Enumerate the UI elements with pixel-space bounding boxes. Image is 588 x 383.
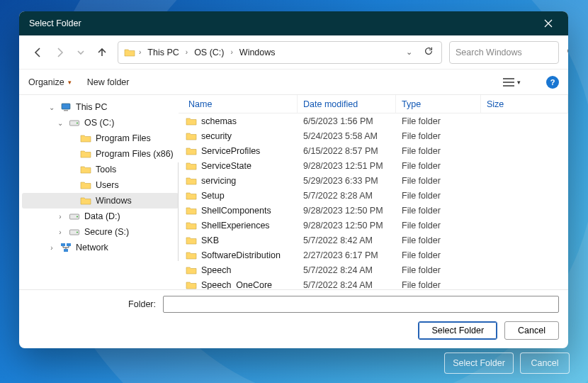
folder-field[interactable] — [163, 296, 559, 313]
folder-icon — [186, 190, 197, 201]
tree-item[interactable]: ›Network — [22, 240, 179, 255]
chevron-right-icon: › — [138, 48, 142, 56]
close-button[interactable] — [533, 11, 564, 35]
file-date: 6/15/2022 8:57 PM — [298, 146, 396, 156]
file-name: security — [201, 131, 232, 141]
list-item[interactable]: ShellExperiences9/28/2023 12:50 PMFile f… — [179, 218, 568, 233]
list-item[interactable]: ServiceProfiles6/15/2022 8:57 PMFile fol… — [179, 143, 568, 158]
file-date: 2/27/2023 6:17 PM — [298, 250, 396, 260]
organize-menu[interactable]: Organize ▾ — [28, 77, 72, 87]
up-button[interactable] — [92, 43, 112, 62]
file-name: ShellComponents — [201, 206, 271, 216]
folder-icon — [186, 175, 197, 187]
column-date[interactable]: Date modified — [298, 95, 396, 113]
tree-item[interactable]: Tools — [22, 162, 179, 177]
folder-icon — [80, 148, 91, 160]
refresh-button[interactable] — [420, 46, 437, 58]
folder-icon — [186, 160, 197, 172]
tree-item-label: Program Files (x86) — [96, 149, 174, 159]
folder-icon — [80, 195, 91, 206]
folder-icon — [186, 131, 197, 142]
new-folder-button[interactable]: New folder — [87, 77, 130, 87]
breadcrumb-segment[interactable]: OS (C:) — [191, 46, 227, 59]
column-name[interactable]: Name — [179, 95, 298, 113]
tree-item-label: This PC — [76, 102, 107, 112]
file-date: 5/7/2022 8:42 AM — [298, 235, 396, 245]
drive-icon — [69, 211, 80, 222]
tree-item[interactable]: Program Files (x86) — [22, 146, 179, 162]
tree-item-label: Tools — [96, 165, 116, 174]
file-type: File folder — [396, 161, 481, 171]
svg-point-6 — [77, 216, 78, 218]
list-item[interactable]: Speech_OneCore5/7/2022 8:24 AMFile folde… — [179, 277, 568, 289]
list-item[interactable]: ShellComponents9/28/2023 12:50 PMFile fo… — [179, 203, 568, 218]
address-bar[interactable]: › This PC › OS (C:) › Windows ⌄ — [118, 41, 442, 64]
folder-icon — [80, 179, 91, 191]
list-item[interactable]: Setup5/7/2022 8:28 AMFile folder — [179, 188, 568, 203]
tree-item[interactable]: ⌄OS (C:) — [22, 115, 179, 131]
tree-item-label: Secure (S:) — [84, 227, 129, 237]
file-list-rows[interactable]: schemas6/5/2023 1:56 PMFile foldersecuri… — [179, 113, 568, 289]
tree-item[interactable]: ›Secure (S:) — [22, 224, 179, 240]
folder-icon — [80, 133, 91, 144]
list-item[interactable]: SoftwareDistribution2/27/2023 6:17 PMFil… — [179, 248, 568, 262]
file-type: File folder — [396, 176, 481, 186]
list-item[interactable]: security5/24/2023 5:58 AMFile folder — [179, 128, 568, 143]
navigation-row: › This PC › OS (C:) › Windows ⌄ — [19, 35, 568, 70]
tree-item[interactable]: ›Data (D:) — [22, 209, 179, 224]
arrow-right-icon — [54, 47, 65, 58]
file-type: File folder — [396, 280, 481, 290]
tree-expand-icon[interactable]: › — [56, 213, 64, 221]
select-folder-button[interactable]: Select Folder — [418, 321, 497, 340]
list-item[interactable]: Speech5/7/2022 8:24 AMFile folder — [179, 262, 568, 277]
file-name: servicing — [201, 176, 236, 186]
file-name: ServiceState — [201, 161, 251, 171]
tree-expand-icon[interactable]: › — [56, 228, 64, 236]
recent-button[interactable] — [71, 43, 91, 62]
ghost-select-button: Select Folder — [444, 353, 514, 374]
help-button[interactable]: ? — [546, 76, 559, 89]
view-menu[interactable]: ▾ — [503, 78, 521, 87]
tree-expand-icon[interactable]: ⌄ — [47, 104, 56, 111]
caret-down-icon: ▾ — [68, 79, 72, 86]
file-type: File folder — [396, 265, 481, 275]
select-folder-dialog: Select Folder › This PC › OS (C:) › Wind… — [19, 11, 568, 348]
column-headers[interactable]: Name Date modified Type Size — [179, 95, 568, 113]
tree-item[interactable]: ⌄This PC — [22, 99, 179, 115]
list-item[interactable]: servicing5/29/2023 6:33 PMFile folder — [179, 173, 568, 188]
back-button[interactable] — [28, 43, 48, 62]
file-type: File folder — [396, 191, 481, 201]
tree-expand-icon[interactable]: › — [47, 244, 56, 252]
file-date: 5/7/2022 8:24 AM — [298, 265, 396, 275]
file-date: 9/28/2023 12:51 PM — [298, 161, 396, 171]
close-icon — [544, 19, 553, 28]
svg-rect-11 — [64, 249, 68, 252]
cancel-button[interactable]: Cancel — [504, 321, 559, 340]
address-dropdown[interactable]: ⌄ — [400, 48, 417, 57]
folder-icon — [186, 265, 197, 276]
search-box[interactable] — [449, 41, 559, 64]
forward-button[interactable] — [50, 43, 69, 62]
search-input[interactable] — [456, 48, 567, 57]
column-size[interactable]: Size — [481, 95, 568, 113]
svg-point-8 — [77, 232, 78, 233]
breadcrumb-segment[interactable]: Windows — [237, 46, 278, 59]
folder-icon — [186, 250, 197, 261]
breadcrumb-segment[interactable]: This PC — [145, 46, 181, 59]
file-name: SoftwareDistribution — [201, 250, 281, 260]
tree-expand-icon[interactable]: ⌄ — [56, 119, 64, 127]
file-date: 9/28/2023 12:50 PM — [298, 206, 396, 216]
tree-item-label: Program Files — [96, 133, 151, 143]
arrow-left-icon — [33, 47, 44, 58]
list-item[interactable]: SKB5/7/2022 8:42 AMFile folder — [179, 233, 568, 248]
tree-item[interactable]: Program Files — [22, 131, 179, 146]
file-name: SKB — [201, 235, 219, 245]
list-item[interactable]: ServiceState9/28/2023 12:51 PMFile folde… — [179, 158, 568, 173]
folder-tree[interactable]: ⌄This PC⌄OS (C:)Program FilesProgram Fil… — [19, 95, 179, 289]
svg-rect-9 — [61, 243, 65, 246]
list-item[interactable]: schemas6/5/2023 1:56 PMFile folder — [179, 113, 568, 128]
tree-item[interactable]: Users — [22, 177, 179, 193]
column-type[interactable]: Type — [396, 95, 481, 113]
tree-item[interactable]: Windows — [22, 193, 179, 209]
folder-icon — [186, 220, 197, 231]
